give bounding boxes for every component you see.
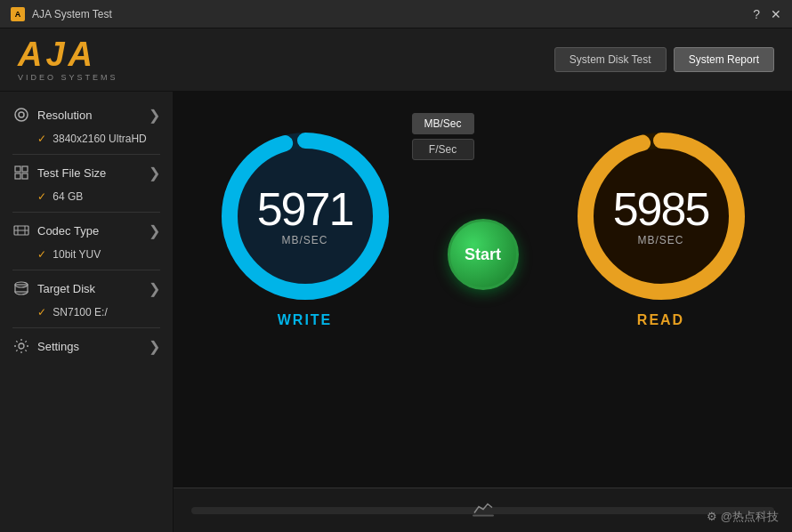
help-button[interactable]: ? (753, 8, 760, 20)
divider-4 (12, 327, 160, 328)
write-gauge-inner: 5971 MB/SEC (257, 186, 353, 246)
filesize-icon (12, 164, 30, 181)
write-label: WRITE (278, 312, 333, 328)
svg-point-1 (19, 112, 24, 117)
write-value: 5971 (257, 186, 353, 232)
resolution-value: ✓ 3840x2160 UltraHD (0, 131, 173, 152)
read-gauge: 5985 MB/SEC READ (572, 127, 750, 328)
resolution-icon (12, 106, 30, 124)
sidebar-item-filesize[interactable]: Test File Size ❯ (0, 157, 173, 189)
codec-value: ✓ 10bit YUV (0, 246, 173, 268)
content-area: Resolution ❯ ✓ 3840x2160 UltraHD (0, 92, 792, 532)
logo-text: AJA (18, 37, 96, 71)
disk-test-button[interactable]: System Disk Test (554, 47, 667, 72)
codec-icon (12, 222, 30, 239)
disk-label: Target Disk (37, 282, 95, 295)
svg-rect-20 (473, 514, 494, 516)
write-gauge: 5971 MB/SEC WRITE (216, 127, 394, 328)
write-gauge-ring: 5971 MB/SEC (216, 127, 394, 305)
app-container: AJA VIDEO SYSTEMS System Disk Test Syste… (0, 28, 792, 532)
app-header: AJA VIDEO SYSTEMS System Disk Test Syste… (0, 28, 792, 92)
divider-2 (12, 212, 160, 213)
filesize-chevron: ❯ (149, 165, 160, 181)
app-icon: A (11, 7, 25, 21)
svg-rect-4 (15, 173, 20, 179)
title-bar-left: A AJA System Test (11, 7, 112, 21)
sidebar-item-disk[interactable]: Target Disk ❯ (0, 272, 173, 304)
codec-chevron: ❯ (149, 222, 160, 239)
system-report-button[interactable]: System Report (674, 47, 774, 72)
disk-chevron: ❯ (149, 280, 160, 297)
write-unit: MB/SEC (257, 234, 353, 246)
read-gauge-inner: 5985 MB/SEC (613, 186, 709, 246)
logo-area: AJA VIDEO SYSTEMS (18, 37, 118, 82)
window-title: AJA System Test (32, 8, 112, 20)
read-unit: MB/SEC (613, 234, 709, 246)
header-buttons: System Disk Test System Report (554, 47, 774, 72)
read-gauge-ring: 5985 MB/SEC (572, 127, 750, 305)
codec-label: Codec Type (37, 224, 99, 238)
filesize-label: Test File Size (37, 166, 106, 180)
svg-rect-5 (22, 173, 28, 179)
title-bar: A AJA System Test ? ✕ (0, 0, 792, 28)
resolution-chevron: ❯ (149, 107, 160, 124)
chart-icon (473, 499, 494, 521)
divider-1 (12, 154, 160, 155)
settings-label: Settings (37, 340, 79, 353)
sidebar-item-settings[interactable]: Settings ❯ (0, 330, 173, 362)
gauges-area: 5971 MB/SEC WRITE Start (216, 127, 750, 328)
logo-subtitle: VIDEO SYSTEMS (18, 73, 118, 82)
main-panel: MB/Sec F/Sec (174, 92, 792, 532)
start-button[interactable]: Start (448, 219, 519, 290)
svg-rect-11 (15, 285, 28, 292)
read-label: READ (637, 312, 684, 328)
sidebar-item-codec[interactable]: Codec Type ❯ (0, 214, 173, 246)
disk-icon (12, 279, 30, 297)
svg-rect-2 (15, 166, 20, 172)
svg-rect-3 (22, 166, 28, 172)
bottom-bar (174, 488, 792, 532)
filesize-value: ✓ 64 GB (0, 189, 173, 210)
close-button[interactable]: ✕ (771, 8, 781, 20)
watermark-icon: ⚙ (707, 510, 721, 523)
svg-point-0 (15, 109, 28, 121)
settings-chevron: ❯ (149, 338, 160, 355)
disk-value: ✓ SN7100 E:/ (0, 304, 173, 326)
title-bar-controls: ? ✕ (753, 8, 781, 20)
watermark-text: @热点科技 (721, 510, 779, 523)
svg-point-13 (19, 343, 24, 349)
start-button-container: Start (448, 219, 519, 290)
resolution-label: Resolution (37, 109, 92, 122)
settings-icon (12, 337, 30, 355)
watermark: ⚙ @热点科技 (707, 509, 779, 525)
sidebar: Resolution ❯ ✓ 3840x2160 UltraHD (0, 92, 174, 532)
divider-3 (12, 270, 160, 270)
sidebar-item-resolution[interactable]: Resolution ❯ (0, 99, 173, 131)
read-value: 5985 (613, 186, 709, 232)
progress-track (191, 507, 774, 514)
